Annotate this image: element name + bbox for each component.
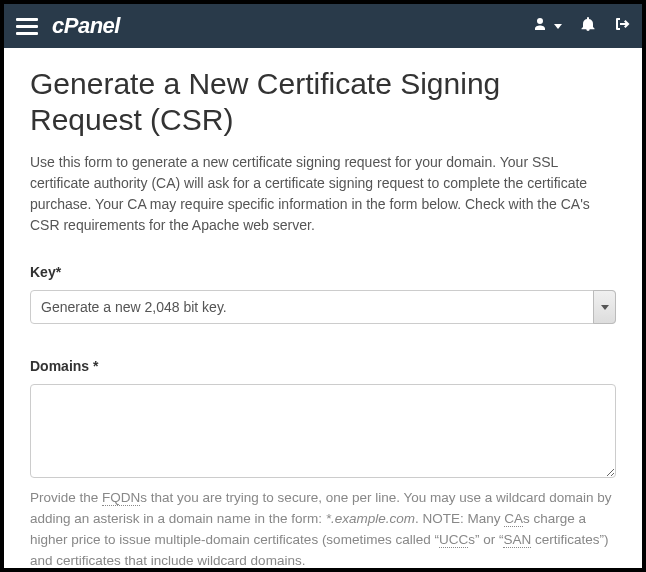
chevron-down-icon [601,305,609,310]
key-select[interactable]: Generate a new 2,048 bit key. [30,290,616,324]
ucc-abbr: UCC [439,532,468,548]
user-icon [532,16,548,36]
key-select-toggle[interactable] [593,290,616,324]
chevron-down-icon [554,24,562,29]
fqdn-abbr: FQDN [102,490,140,506]
main-content: Generate a New Certificate Signing Reque… [4,48,642,568]
header-bar: cPanel [4,4,642,48]
logout-icon [614,16,630,36]
page-description: Use this form to generate a new certific… [30,152,616,236]
ca-abbr: CA [504,511,523,527]
logout-button[interactable] [614,16,630,36]
menu-icon[interactable] [16,18,38,35]
san-abbr: SAN [503,532,531,548]
user-menu[interactable] [532,16,562,36]
bell-icon [580,16,596,36]
logo-text: cPanel [52,13,120,39]
key-select-value: Generate a new 2,048 bit key. [41,299,227,315]
key-label: Key* [30,264,616,280]
cpanel-logo[interactable]: cPanel [52,13,120,39]
domains-textarea[interactable] [30,384,616,478]
notifications-button[interactable] [580,16,596,36]
domains-label: Domains * [30,358,616,374]
page-title: Generate a New Certificate Signing Reque… [30,66,616,138]
domains-help-text: Provide the FQDNs that you are trying to… [30,488,616,568]
